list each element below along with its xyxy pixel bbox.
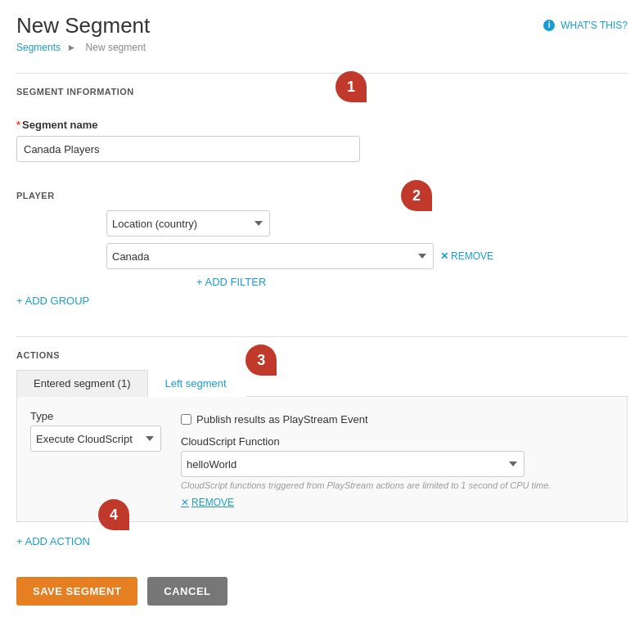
segment-information-section: SEGMENT INFORMATION 1 *Segment name xyxy=(16,87,628,162)
filter-type-row: Location (country) Player Level Tag Last… xyxy=(106,210,628,236)
cloudscript-block: CloudScript Function helloWorld grantIte… xyxy=(181,435,551,508)
callout-4: 4 xyxy=(98,499,129,530)
remove-action-x-icon: ✕ xyxy=(181,497,189,508)
info-icon: i xyxy=(543,20,555,31)
type-publish-row: Type Execute CloudScript Send Email Gran… xyxy=(30,410,614,508)
save-segment-button[interactable]: SAVE SEGMENT xyxy=(16,577,137,606)
required-star: * xyxy=(16,119,20,131)
player-title: PLAYER xyxy=(16,191,628,200)
breadcrumb-parent-link[interactable]: Segments xyxy=(16,42,61,53)
add-group-link[interactable]: + ADD GROUP xyxy=(16,295,89,307)
tab-entered-segment[interactable]: Entered segment (1) xyxy=(16,370,148,397)
segment-information-title: SEGMENT INFORMATION xyxy=(16,87,628,97)
remove-filter-link[interactable]: ✕ REMOVE xyxy=(440,250,493,262)
cloudscript-note: CloudScript functions triggered from Pla… xyxy=(181,480,551,490)
cloudscript-select[interactable]: helloWorld grantItem sendNotification xyxy=(181,451,525,477)
add-action-link[interactable]: + ADD ACTION xyxy=(16,535,90,547)
breadcrumb-current: New segment xyxy=(86,42,146,53)
action-right-block: Publish results as PlayStream Event Clou… xyxy=(181,410,551,508)
publish-checkbox[interactable] xyxy=(181,414,191,425)
filter-value-row: Canada United States United Kingdom Aust… xyxy=(106,243,628,269)
cancel-button[interactable]: CANCEL xyxy=(147,577,227,606)
type-label: Type xyxy=(30,410,161,422)
breadcrumb-separator: ► xyxy=(66,42,76,53)
type-block: Type Execute CloudScript Send Email Gran… xyxy=(30,410,161,452)
whats-this-link[interactable]: WHAT'S THIS? xyxy=(561,20,628,31)
callout-2: 2 xyxy=(401,180,432,211)
actions-title: ACTIONS xyxy=(16,350,628,360)
x-icon: ✕ xyxy=(440,250,448,262)
header-divider xyxy=(16,73,628,74)
actions-divider xyxy=(16,336,628,337)
btn-row: SAVE SEGMENT CANCEL xyxy=(16,577,628,606)
callout-1: 1 xyxy=(336,71,367,102)
filter-value-select[interactable]: Canada United States United Kingdom Aust… xyxy=(106,243,434,269)
segment-name-input[interactable] xyxy=(16,136,360,162)
page-title: New Segment xyxy=(16,13,150,38)
cloudscript-label: CloudScript Function xyxy=(181,435,551,448)
publish-label: Publish results as PlayStream Event xyxy=(196,413,368,426)
actions-section: ACTIONS Entered segment (1) Left segment… xyxy=(16,350,628,522)
segment-name-label: *Segment name xyxy=(16,119,628,131)
tabs-row: Entered segment (1) Left segment 3 xyxy=(16,370,628,397)
add-filter-link[interactable]: + ADD FILTER xyxy=(196,276,266,288)
tab-left-segment[interactable]: Left segment 3 xyxy=(148,370,247,397)
filter-type-select[interactable]: Location (country) Player Level Tag Last… xyxy=(106,210,270,236)
player-section: 2 PLAYER Location (country) Player Level… xyxy=(16,178,628,288)
callout-3: 3 xyxy=(245,345,277,376)
remove-action-link[interactable]: ✕ REMOVE xyxy=(181,497,551,508)
type-select[interactable]: Execute CloudScript Send Email Grant Ite… xyxy=(30,426,161,452)
publish-checkbox-row: Publish results as PlayStream Event xyxy=(181,413,551,426)
breadcrumb: Segments ► New segment xyxy=(16,42,150,53)
